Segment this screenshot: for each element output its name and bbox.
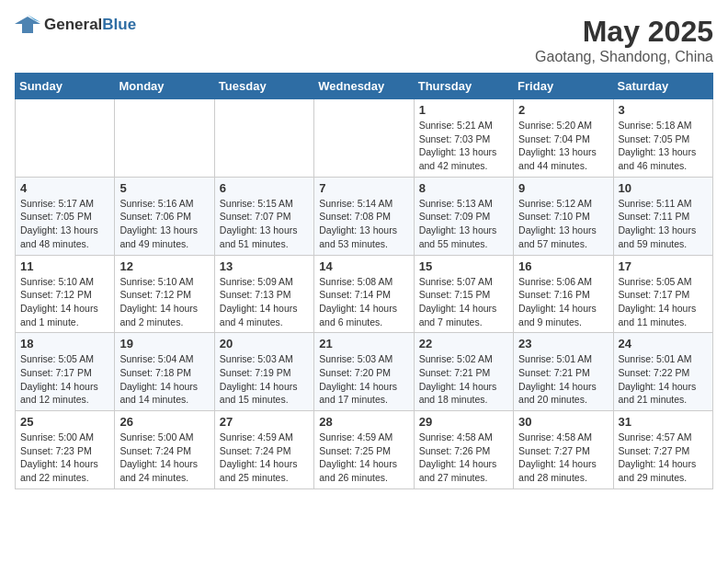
day-info: Sunrise: 4:58 AMSunset: 7:26 PMDaylight:… — [419, 431, 508, 485]
day-info: Sunrise: 5:10 AMSunset: 7:12 PMDaylight:… — [119, 275, 209, 329]
day-number: 11 — [20, 259, 109, 273]
header: GeneralBlue May 2025 Gaotang, Shandong, … — [15, 15, 713, 65]
day-number: 18 — [20, 337, 109, 350]
day-info: Sunrise: 5:05 AMSunset: 7:17 PMDaylight:… — [20, 352, 109, 407]
day-info: Sunrise: 5:03 AMSunset: 7:19 PMDaylight:… — [220, 352, 309, 407]
day-info: Sunrise: 5:16 AMSunset: 7:06 PMDaylight:… — [119, 197, 209, 251]
day-info: Sunrise: 5:03 AMSunset: 7:20 PMDaylight:… — [319, 352, 408, 407]
calendar-cell — [214, 99, 313, 178]
calendar-cell — [314, 99, 414, 178]
calendar-cell: 14Sunrise: 5:08 AMSunset: 7:14 PMDayligh… — [314, 255, 414, 333]
day-info: Sunrise: 5:20 AMSunset: 7:04 PMDaylight:… — [518, 119, 608, 173]
day-number: 12 — [119, 259, 209, 273]
day-number: 21 — [319, 337, 408, 350]
day-info: Sunrise: 5:15 AMSunset: 7:07 PMDaylight:… — [220, 197, 309, 251]
day-number: 16 — [518, 259, 608, 273]
weekday-header-row: SundayMondayTuesdayWednesdayThursdayFrid… — [16, 74, 713, 99]
weekday-header-wednesday: Wednesday — [314, 74, 414, 99]
calendar-cell: 9Sunrise: 5:12 AMSunset: 7:10 PMDaylight… — [514, 177, 613, 255]
day-info: Sunrise: 5:07 AMSunset: 7:15 PMDaylight:… — [419, 275, 508, 329]
calendar-cell: 8Sunrise: 5:13 AMSunset: 7:09 PMDaylight… — [414, 177, 513, 255]
calendar-cell — [16, 99, 115, 178]
calendar-week-row: 18Sunrise: 5:05 AMSunset: 7:17 PMDayligh… — [16, 333, 713, 411]
day-number: 14 — [319, 259, 408, 273]
day-number: 3 — [619, 103, 708, 117]
calendar-cell: 24Sunrise: 5:01 AMSunset: 7:22 PMDayligh… — [613, 333, 712, 411]
calendar-cell: 21Sunrise: 5:03 AMSunset: 7:20 PMDayligh… — [314, 333, 414, 411]
calendar-week-row: 11Sunrise: 5:10 AMSunset: 7:12 PMDayligh… — [16, 255, 713, 333]
calendar-table: SundayMondayTuesdayWednesdayThursdayFrid… — [15, 73, 713, 489]
day-number: 30 — [518, 415, 608, 429]
day-number: 25 — [20, 415, 109, 429]
calendar-week-row: 1Sunrise: 5:21 AMSunset: 7:03 PMDaylight… — [16, 99, 713, 178]
day-info: Sunrise: 4:59 AMSunset: 7:25 PMDaylight:… — [319, 431, 408, 485]
day-info: Sunrise: 5:01 AMSunset: 7:22 PMDaylight:… — [619, 352, 708, 407]
day-info: Sunrise: 4:57 AMSunset: 7:27 PMDaylight:… — [619, 431, 708, 485]
logo-general: General — [44, 16, 102, 33]
day-number: 27 — [220, 415, 309, 429]
day-info: Sunrise: 5:18 AMSunset: 7:05 PMDaylight:… — [619, 119, 708, 173]
day-number: 10 — [619, 181, 708, 195]
weekday-header-friday: Friday — [514, 74, 613, 99]
day-info: Sunrise: 5:17 AMSunset: 7:05 PMDaylight:… — [20, 197, 109, 251]
logo-bird-icon — [15, 15, 40, 35]
weekday-header-tuesday: Tuesday — [214, 74, 313, 99]
calendar-cell: 26Sunrise: 5:00 AMSunset: 7:24 PMDayligh… — [115, 411, 214, 489]
day-number: 7 — [319, 181, 408, 195]
calendar-cell: 2Sunrise: 5:20 AMSunset: 7:04 PMDaylight… — [514, 99, 613, 178]
calendar-week-row: 25Sunrise: 5:00 AMSunset: 7:23 PMDayligh… — [16, 411, 713, 489]
day-info: Sunrise: 4:59 AMSunset: 7:24 PMDaylight:… — [220, 431, 309, 485]
calendar-cell: 18Sunrise: 5:05 AMSunset: 7:17 PMDayligh… — [16, 333, 115, 411]
weekday-header-thursday: Thursday — [414, 74, 513, 99]
title-area: May 2025 Gaotang, Shandong, China — [535, 15, 713, 65]
calendar-title: May 2025 — [535, 15, 713, 49]
day-number: 13 — [220, 259, 309, 273]
day-number: 24 — [619, 337, 708, 350]
calendar-cell: 1Sunrise: 5:21 AMSunset: 7:03 PMDaylight… — [414, 99, 513, 178]
day-number: 9 — [518, 181, 608, 195]
calendar-week-row: 4Sunrise: 5:17 AMSunset: 7:05 PMDaylight… — [16, 177, 713, 255]
calendar-cell: 31Sunrise: 4:57 AMSunset: 7:27 PMDayligh… — [613, 411, 712, 489]
calendar-cell: 25Sunrise: 5:00 AMSunset: 7:23 PMDayligh… — [16, 411, 115, 489]
svg-marker-0 — [15, 17, 40, 33]
day-number: 8 — [419, 181, 508, 195]
calendar-body: 1Sunrise: 5:21 AMSunset: 7:03 PMDaylight… — [16, 99, 713, 489]
day-number: 6 — [220, 181, 309, 195]
calendar-cell — [115, 99, 214, 178]
day-info: Sunrise: 5:04 AMSunset: 7:18 PMDaylight:… — [119, 352, 209, 407]
day-info: Sunrise: 5:00 AMSunset: 7:24 PMDaylight:… — [119, 431, 209, 485]
calendar-cell: 20Sunrise: 5:03 AMSunset: 7:19 PMDayligh… — [214, 333, 313, 411]
day-number: 31 — [619, 415, 708, 429]
day-number: 22 — [419, 337, 508, 350]
day-info: Sunrise: 5:11 AMSunset: 7:11 PMDaylight:… — [619, 197, 708, 251]
day-number: 5 — [119, 181, 209, 195]
calendar-cell: 15Sunrise: 5:07 AMSunset: 7:15 PMDayligh… — [414, 255, 513, 333]
day-number: 17 — [619, 259, 708, 273]
day-info: Sunrise: 5:06 AMSunset: 7:16 PMDaylight:… — [518, 275, 608, 329]
calendar-cell: 6Sunrise: 5:15 AMSunset: 7:07 PMDaylight… — [214, 177, 313, 255]
logo-blue: Blue — [102, 16, 136, 33]
calendar-cell: 23Sunrise: 5:01 AMSunset: 7:21 PMDayligh… — [514, 333, 613, 411]
day-number: 26 — [119, 415, 209, 429]
calendar-subtitle: Gaotang, Shandong, China — [535, 49, 713, 65]
calendar-cell: 30Sunrise: 4:58 AMSunset: 7:27 PMDayligh… — [514, 411, 613, 489]
calendar-cell: 4Sunrise: 5:17 AMSunset: 7:05 PMDaylight… — [16, 177, 115, 255]
day-number: 29 — [419, 415, 508, 429]
day-info: Sunrise: 5:13 AMSunset: 7:09 PMDaylight:… — [419, 197, 508, 251]
day-info: Sunrise: 5:01 AMSunset: 7:21 PMDaylight:… — [518, 352, 608, 407]
calendar-cell: 28Sunrise: 4:59 AMSunset: 7:25 PMDayligh… — [314, 411, 414, 489]
day-info: Sunrise: 5:02 AMSunset: 7:21 PMDaylight:… — [419, 352, 508, 407]
calendar-cell: 5Sunrise: 5:16 AMSunset: 7:06 PMDaylight… — [115, 177, 214, 255]
day-info: Sunrise: 5:00 AMSunset: 7:23 PMDaylight:… — [20, 431, 109, 485]
day-info: Sunrise: 5:05 AMSunset: 7:17 PMDaylight:… — [619, 275, 708, 329]
calendar-cell: 3Sunrise: 5:18 AMSunset: 7:05 PMDaylight… — [613, 99, 712, 178]
calendar-cell: 16Sunrise: 5:06 AMSunset: 7:16 PMDayligh… — [514, 255, 613, 333]
day-number: 19 — [119, 337, 209, 350]
day-number: 4 — [20, 181, 109, 195]
day-number: 20 — [220, 337, 309, 350]
weekday-header-saturday: Saturday — [613, 74, 712, 99]
day-info: Sunrise: 5:10 AMSunset: 7:12 PMDaylight:… — [20, 275, 109, 329]
day-info: Sunrise: 5:14 AMSunset: 7:08 PMDaylight:… — [319, 197, 408, 251]
calendar-cell: 7Sunrise: 5:14 AMSunset: 7:08 PMDaylight… — [314, 177, 414, 255]
calendar-cell: 10Sunrise: 5:11 AMSunset: 7:11 PMDayligh… — [613, 177, 712, 255]
